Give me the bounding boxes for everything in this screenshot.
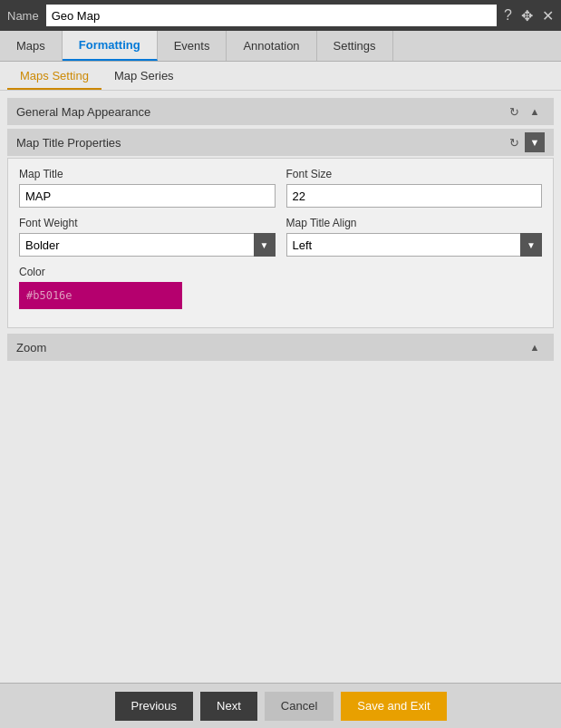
footer: Previous Next Cancel Save and Exit: [0, 683, 561, 728]
title-bar-icons: ? ✥ ✕: [504, 7, 554, 24]
font-size-group: Font Size: [286, 168, 543, 208]
move-icon[interactable]: ✥: [521, 7, 533, 24]
font-weight-select-wrapper: Normal Bold Bolder Lighter ▼: [19, 233, 276, 257]
font-size-label: Font Size: [286, 168, 543, 180]
color-group: Color #b5016e: [19, 266, 542, 309]
font-weight-group: Font Weight Normal Bold Bolder Lighter ▼: [19, 217, 276, 257]
map-title-input[interactable]: [19, 184, 276, 208]
tab-events[interactable]: Events: [158, 31, 227, 61]
map-title-header-icons: ↻ ▼: [509, 132, 545, 152]
previous-button[interactable]: Previous: [115, 692, 194, 721]
general-refresh-icon[interactable]: ↻: [509, 105, 519, 119]
map-title-align-select[interactable]: Left Center Right: [286, 233, 543, 257]
tab-formatting[interactable]: Formatting: [63, 31, 158, 61]
top-tabs: Maps Formatting Events Annotation Settin…: [0, 31, 561, 62]
general-map-appearance-title: General Map Appearance: [16, 105, 150, 119]
color-row: Color #b5016e: [19, 266, 542, 309]
map-title-group: Map Title: [19, 168, 276, 208]
color-label: Color: [19, 266, 542, 278]
main-content: General Map Appearance ↻ ▲ Map Title Pro…: [0, 91, 561, 683]
map-title-align-group: Map Title Align Left Center Right ▼: [286, 217, 543, 257]
map-title-refresh-icon[interactable]: ↻: [509, 136, 519, 150]
font-weight-label: Font Weight: [19, 217, 276, 229]
map-title-properties-title: Map Title Properties: [16, 136, 121, 150]
zoom-header[interactable]: Zoom ▲: [7, 334, 554, 361]
tab-settings[interactable]: Settings: [317, 31, 393, 61]
map-title-properties-body: Map Title Font Size Font Weight Normal B…: [7, 158, 554, 328]
general-map-appearance-header[interactable]: General Map Appearance ↻ ▲: [7, 98, 554, 125]
sub-tab-maps-setting[interactable]: Maps Setting: [7, 63, 102, 90]
next-button[interactable]: Next: [200, 692, 257, 721]
title-bar: Name ? ✥ ✕: [0, 0, 561, 31]
zoom-header-icons: ▲: [525, 337, 545, 357]
zoom-collapse-btn[interactable]: ▲: [525, 337, 545, 357]
sub-tabs: Maps Setting Map Series: [0, 62, 561, 91]
cancel-button[interactable]: Cancel: [265, 692, 334, 721]
font-size-input[interactable]: [286, 184, 543, 208]
close-icon[interactable]: ✕: [542, 7, 554, 24]
tab-annotation[interactable]: Annotation: [227, 31, 316, 61]
color-value: #b5016e: [26, 289, 73, 302]
general-map-header-icons: ↻ ▲: [509, 102, 545, 121]
map-title-align-select-wrapper: Left Center Right ▼: [286, 233, 543, 257]
map-title-row: Map Title Font Size: [19, 168, 542, 208]
help-icon[interactable]: ?: [504, 7, 512, 24]
general-collapse-btn[interactable]: ▲: [525, 102, 545, 121]
save-exit-button[interactable]: Save and Exit: [341, 692, 446, 721]
map-title-properties-header[interactable]: Map Title Properties ↻ ▼: [7, 129, 554, 156]
sub-tab-map-series[interactable]: Map Series: [102, 63, 187, 90]
color-picker[interactable]: #b5016e: [19, 282, 182, 309]
name-input[interactable]: [46, 5, 497, 26]
tab-maps[interactable]: Maps: [0, 31, 63, 61]
map-title-align-label: Map Title Align: [286, 217, 543, 229]
font-weight-row: Font Weight Normal Bold Bolder Lighter ▼…: [19, 217, 542, 257]
map-title-label: Map Title: [19, 168, 276, 180]
map-title-collapse-btn[interactable]: ▼: [525, 132, 545, 152]
name-label: Name: [7, 9, 39, 23]
font-weight-select[interactable]: Normal Bold Bolder Lighter: [19, 233, 276, 257]
zoom-title: Zoom: [16, 341, 46, 354]
